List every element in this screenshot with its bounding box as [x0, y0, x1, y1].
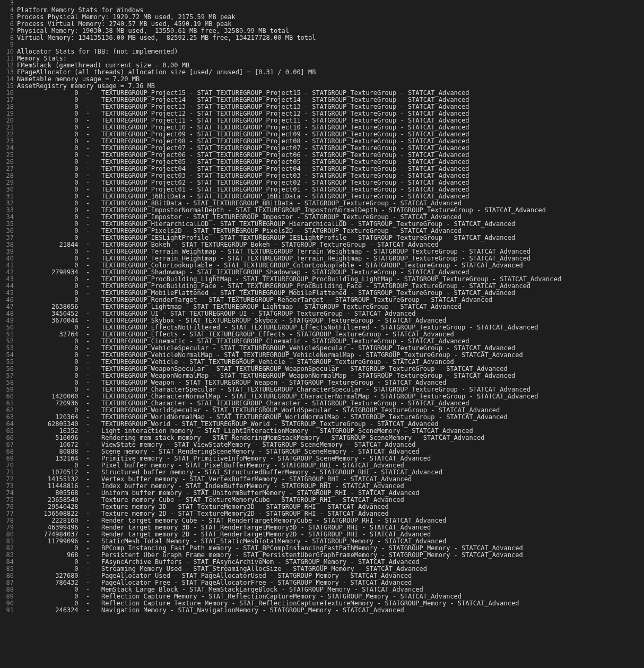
line-number-gutter: 3456789101112131415161718192021222324252… — [0, 0, 17, 614]
code-line: Virtual Memory: 134135136.00 MB used, 82… — [17, 34, 644, 41]
code-line: Allocator Stats for TBB: (not implemente… — [17, 48, 644, 55]
line-number: 91 — [2, 607, 14, 614]
text-editor[interactable]: 3456789101112131415161718192021222324252… — [0, 0, 644, 614]
code-content[interactable]: Platform Memory Stats for WindowsProcess… — [17, 0, 644, 614]
code-line: 246324 - Navigation Memory - STAT_Naviga… — [17, 607, 644, 614]
